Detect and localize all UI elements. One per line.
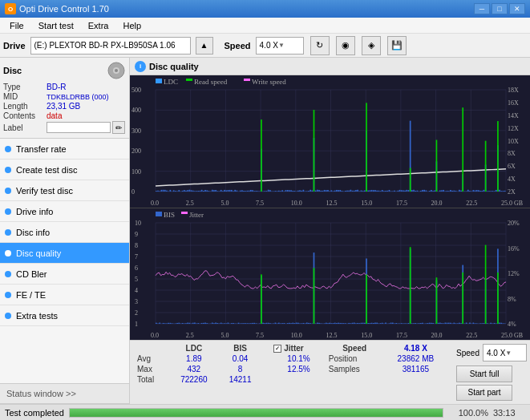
row-avg-ldc: 1.89 [169, 353, 219, 364]
nav-transfer-rate[interactable]: Transfer rate [0, 139, 129, 160]
mid-value: TDKBLDRBB (000) [47, 93, 109, 101]
nav-bullet-drive-info [5, 208, 11, 215]
menu-start-test[interactable]: Start test [32, 20, 80, 31]
col-jitter-label: Jitter [284, 344, 303, 353]
nav-disc-info[interactable]: Disc info [0, 222, 129, 243]
col-speed: Speed [326, 343, 383, 353]
nav-bullet-transfer-rate [5, 146, 11, 152]
app-title: Opti Drive Control 1.70 [19, 4, 109, 14]
menu-file[interactable]: File [3, 20, 30, 31]
nav-bullet-create-test-disc [5, 167, 11, 173]
save-button[interactable]: 💾 [387, 36, 407, 55]
nav-bullet-cd-bler [5, 271, 11, 277]
start-full-button[interactable]: Start full [456, 365, 512, 382]
disc-quality-title: Disc quality [149, 62, 199, 71]
drive-select-value: (E:) PLEXTOR BD-R PX-LB950SA 1.06 [34, 41, 176, 50]
nav-label-create-test-disc: Create test disc [16, 165, 77, 175]
chart-bottom [130, 208, 530, 340]
status-window-button[interactable]: Status window >> [0, 383, 129, 404]
nav-disc-quality[interactable]: Disc quality [0, 243, 129, 264]
start-buttons: Speed 4.0 X ▼ Start full Start part [453, 341, 530, 404]
row-max-bis: 8 [219, 364, 261, 374]
nav-bullet-disc-quality [5, 250, 11, 256]
menu-help[interactable]: Help [116, 20, 148, 31]
disc-quality-icon: i [135, 61, 146, 72]
stats-speed-select[interactable]: 4.0 X ▼ [483, 344, 527, 361]
disc-quality-header: i Disc quality [130, 58, 530, 75]
nav-items: Transfer rate Create test disc Verify te… [0, 139, 129, 383]
maximize-button[interactable]: □ [492, 3, 508, 14]
minimize-button[interactable]: ─ [474, 3, 490, 14]
row-avg-jitter: 10.1% [271, 353, 326, 364]
row-total-jitter [271, 374, 326, 385]
nav-create-test-disc[interactable]: Create test disc [0, 160, 129, 180]
label-edit-button[interactable]: ✏ [112, 121, 125, 134]
row-total-bis: 14211 [219, 374, 261, 385]
nav-label-transfer-rate: Transfer rate [16, 144, 67, 154]
nav-verify-test-disc[interactable]: Verify test disc [0, 180, 129, 201]
sidebar: Disc Type BD-R MID TDKBLDRBB (000) Lengt… [0, 58, 130, 404]
charts-container [130, 75, 530, 340]
nav-bullet-disc-info [5, 229, 11, 236]
col-bis: BIS [219, 343, 261, 353]
start-part-button[interactable]: Start part [456, 385, 512, 402]
contents-label: Contents [3, 111, 45, 120]
nav-label-drive-info: Drive info [16, 207, 53, 216]
nav-label-verify-test-disc: Verify test disc [16, 186, 73, 196]
contents-value: data [47, 111, 62, 120]
stats-speed-arrow: ▼ [505, 349, 512, 357]
eject-button[interactable]: ▲ [196, 37, 213, 55]
nav-label-extra-tests: Extra tests [16, 311, 58, 321]
position-value: 23862 MB [383, 353, 448, 364]
type-label: Type [3, 83, 45, 91]
refresh-button[interactable]: ↻ [310, 36, 330, 55]
progress-bar: Test completed 100.0% 33:13 [0, 404, 530, 420]
col-jitter-header: ✓ Jitter [271, 343, 326, 353]
stats-bar: LDC BIS ✓ Jitter Speed 4.18 X [130, 340, 530, 404]
speed-display-label: Speed [456, 349, 479, 357]
speed-dropdown-arrow: ▼ [278, 42, 285, 49]
drive-bar: Drive (E:) PLEXTOR BD-R PX-LB950SA 1.06 … [0, 34, 530, 58]
type-value: BD-R [47, 83, 66, 91]
nav-fe-te[interactable]: FE / TE [0, 285, 129, 305]
nav-bullet-fe-te [5, 292, 11, 298]
menu-bar: File Start test Extra Help [0, 18, 530, 34]
row-avg-label: Avg [135, 353, 169, 364]
samples-value: 381165 [383, 364, 448, 374]
svg-point-2 [115, 69, 118, 72]
status-window-label: Status window >> [6, 389, 76, 398]
length-value: 23,31 GB [47, 102, 80, 111]
position-label: Position [326, 353, 383, 364]
disc-panel-title: Disc [3, 66, 22, 75]
row-max-jitter: 12.5% [271, 364, 326, 374]
nav-label-fe-te: FE / TE [16, 290, 46, 300]
top-chart-canvas [130, 75, 530, 208]
nav-bullet-verify-test-disc [5, 188, 11, 194]
row-max-label: Max [135, 364, 169, 374]
option1-button[interactable]: ◉ [336, 36, 355, 55]
disc-label-input[interactable] [47, 122, 111, 133]
bottom-chart-canvas [130, 208, 530, 340]
disc-panel: Disc Type BD-R MID TDKBLDRBB (000) Lengt… [0, 58, 129, 139]
speed-select[interactable]: 4.0 X ▼ [256, 37, 304, 55]
chart-top [130, 75, 530, 208]
menu-extra[interactable]: Extra [82, 20, 115, 31]
nav-drive-info[interactable]: Drive info [0, 201, 129, 222]
col-speed-value: 4.18 X [383, 343, 448, 353]
samples-label: Samples [326, 364, 383, 374]
nav-cd-bler[interactable]: CD Bler [0, 264, 129, 285]
drive-select[interactable]: (E:) PLEXTOR BD-R PX-LB950SA 1.06 [30, 37, 191, 55]
disc-label-label: Label [3, 123, 45, 132]
nav-extra-tests[interactable]: Extra tests [0, 305, 129, 326]
nav-label-disc-quality: Disc quality [16, 248, 61, 258]
progress-status-text: Test completed [5, 408, 64, 418]
speed-label: Speed [225, 41, 251, 50]
close-button[interactable]: ✕ [509, 3, 525, 14]
row-max-ldc: 432 [169, 364, 219, 374]
nav-bullet-extra-tests [5, 313, 11, 319]
option2-button[interactable]: ◈ [362, 36, 381, 55]
content-area: i Disc quality LDC [130, 58, 530, 404]
title-bar: O Opti Drive Control 1.70 ─ □ ✕ [0, 0, 530, 18]
jitter-checkbox[interactable]: ✓ [273, 345, 281, 353]
stats-table: LDC BIS ✓ Jitter Speed 4.18 X [130, 341, 453, 404]
